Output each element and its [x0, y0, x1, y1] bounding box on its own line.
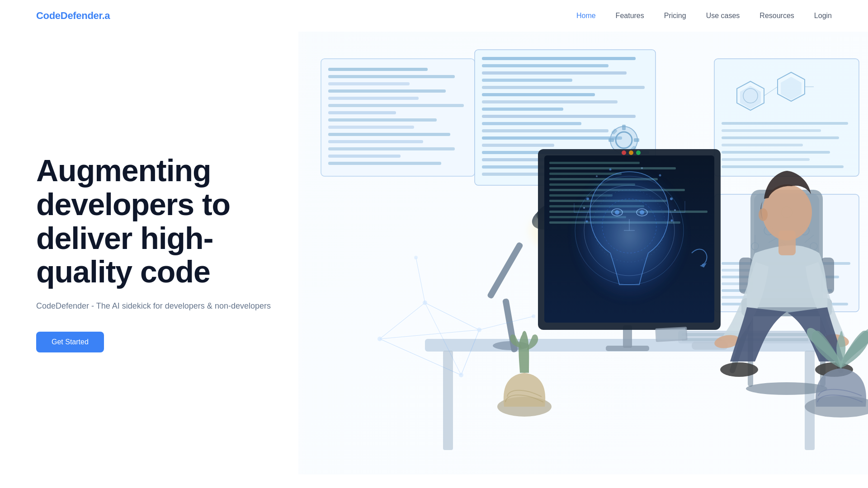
svg-rect-27 — [482, 129, 609, 132]
svg-point-145 — [746, 382, 827, 395]
logo-text-plain: CodeDefender. — [36, 10, 104, 21]
svg-rect-2 — [328, 68, 428, 71]
get-started-button[interactable]: Get Started — [36, 332, 104, 352]
svg-rect-11 — [328, 133, 450, 136]
svg-point-112 — [586, 197, 589, 200]
svg-rect-24 — [482, 108, 563, 111]
nav-item-features[interactable]: Features — [616, 12, 644, 20]
svg-rect-19 — [482, 71, 627, 75]
svg-rect-92 — [549, 167, 676, 169]
svg-point-120 — [641, 167, 643, 169]
nav-item-resources[interactable]: Resources — [760, 12, 794, 20]
svg-rect-13 — [328, 147, 455, 150]
svg-point-114 — [586, 221, 588, 223]
svg-point-115 — [670, 197, 673, 200]
svg-rect-20 — [482, 79, 572, 82]
svg-point-150 — [759, 208, 768, 221]
svg-rect-28 — [482, 136, 622, 140]
svg-rect-52 — [722, 136, 839, 139]
hero-svg — [298, 32, 868, 474]
svg-rect-9 — [328, 118, 437, 122]
navbar: CodeDefender.a Home Features Pricing Use… — [0, 0, 868, 32]
svg-rect-79 — [443, 351, 453, 450]
nav-link-pricing[interactable]: Pricing — [664, 12, 686, 19]
svg-rect-12 — [328, 140, 423, 143]
svg-rect-8 — [328, 111, 396, 114]
svg-rect-6 — [328, 97, 419, 100]
nav-item-pricing[interactable]: Pricing — [664, 12, 686, 20]
svg-point-119 — [609, 169, 612, 171]
hero-title: Augmenting developers to deliver high-qu… — [36, 154, 298, 289]
svg-rect-56 — [722, 165, 844, 168]
nav-link-use-cases[interactable]: Use cases — [706, 12, 740, 19]
svg-point-130 — [629, 150, 633, 155]
nav-link-features[interactable]: Features — [616, 12, 644, 19]
svg-rect-137 — [656, 328, 686, 340]
svg-rect-3 — [328, 75, 455, 78]
svg-rect-22 — [482, 93, 595, 96]
svg-rect-21 — [482, 86, 645, 89]
svg-point-131 — [636, 150, 641, 155]
svg-rect-14 — [328, 155, 401, 158]
svg-point-118 — [596, 175, 598, 177]
nav-item-login[interactable]: Login — [814, 12, 832, 20]
svg-rect-53 — [722, 144, 803, 146]
svg-point-129 — [622, 150, 626, 155]
svg-point-153 — [720, 362, 758, 377]
svg-rect-50 — [722, 122, 848, 125]
svg-rect-39 — [634, 138, 639, 142]
nav-link-home[interactable]: Home — [576, 12, 596, 19]
logo[interactable]: CodeDefender.a — [36, 10, 110, 22]
svg-point-109 — [640, 210, 644, 215]
svg-point-113 — [583, 207, 585, 209]
svg-rect-26 — [482, 122, 581, 125]
svg-point-117 — [671, 220, 673, 222]
svg-rect-54 — [722, 151, 830, 154]
svg-rect-18 — [482, 64, 609, 67]
nav-item-home[interactable]: Home — [576, 12, 596, 20]
svg-rect-15 — [328, 162, 441, 165]
svg-rect-55 — [722, 158, 810, 161]
svg-point-170 — [414, 256, 418, 259]
nav-link-login[interactable]: Login — [814, 12, 832, 19]
svg-rect-29 — [482, 144, 554, 147]
logo-text-accent: a — [104, 10, 110, 21]
hero-section: Augmenting developers to deliver high-qu… — [0, 32, 868, 474]
svg-rect-88 — [606, 346, 649, 351]
svg-rect-91 — [549, 162, 640, 164]
svg-point-168 — [532, 314, 535, 318]
hero-text-block: Augmenting developers to deliver high-qu… — [36, 154, 298, 352]
svg-rect-36 — [622, 125, 626, 130]
svg-rect-4 — [328, 82, 410, 85]
hero-subtitle: CodeDefender - The AI sidekick for devel… — [36, 300, 298, 313]
svg-rect-10 — [328, 126, 414, 129]
hero-illustration-area — [298, 32, 868, 474]
svg-point-166 — [459, 373, 463, 377]
nav-link-resources[interactable]: Resources — [760, 12, 794, 19]
svg-rect-38 — [609, 138, 614, 142]
nav-menu: Home Features Pricing Use cases Resource… — [576, 12, 832, 20]
svg-rect-23 — [482, 100, 618, 103]
svg-rect-17 — [482, 57, 636, 60]
svg-rect-51 — [722, 129, 821, 132]
svg-rect-7 — [328, 104, 464, 107]
svg-point-116 — [674, 209, 676, 211]
svg-rect-25 — [482, 115, 636, 118]
svg-point-121 — [659, 174, 661, 177]
svg-rect-5 — [328, 89, 446, 93]
nav-item-use-cases[interactable]: Use cases — [706, 12, 740, 20]
svg-point-163 — [377, 337, 382, 341]
svg-point-108 — [615, 210, 619, 215]
